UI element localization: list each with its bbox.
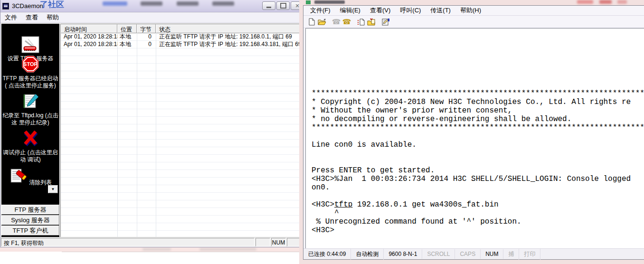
properties-icon[interactable] (380, 17, 391, 27)
watermark-blob (617, 0, 627, 4)
watermark-blob (212, 1, 234, 6)
column-header-location[interactable]: 位置 (117, 24, 137, 33)
toolbar: ☎ ☎ (303, 16, 644, 28)
eraser-icon (9, 166, 27, 186)
window-title-fragment (314, 0, 345, 4)
watermark-blob (599, 0, 612, 4)
minimize-button[interactable] (262, 1, 275, 10)
table-header: 启动时间 位置 字节 状态 (61, 24, 302, 33)
receive-file-icon[interactable] (366, 17, 377, 27)
status-help-text: 按 F1, 获得帮助 (1, 238, 255, 246)
new-icon[interactable] (306, 17, 317, 27)
background-page-line (62, 252, 299, 252)
status-caps: CAPS (455, 249, 481, 259)
titlebar[interactable] (306, 0, 345, 5)
red-x-icon (21, 130, 39, 149)
column-header-start-time[interactable]: 启动时间 (61, 24, 117, 33)
status-connected-time: 已连接 0:44:09 (303, 249, 351, 260)
cell-start-time: Apr 01, 2020 18:28:18 (61, 41, 117, 48)
tab-syslog-server[interactable]: Syslog 服务器 (1, 215, 59, 225)
table-row[interactable]: Apr 01, 2020 18:28:18 本地 0 正在监听 TFTP 请求于… (61, 33, 302, 41)
cell-bytes: 0 (137, 33, 156, 41)
menubar: 文件 查看 帮助 (0, 13, 302, 23)
screen: 3CDaemon 文件 查看 帮助 TFTP 服务器 (0, 0, 644, 264)
sidebar-item-label: TFTP 服务器已经启动 ( 点击这里停止服务) (1, 75, 59, 89)
status-pane-num: NUM (271, 238, 286, 246)
window-body: 文件(F) 编辑(E) 查看(V) 呼叫(C) 传送(T) 帮助(H) ☎ ☎ (303, 5, 644, 260)
sidebar-item-logging[interactable]: 纪录至 Tftpd.log (点击这 里停止纪录) (1, 92, 59, 126)
menu-help[interactable]: 帮助 (42, 12, 63, 23)
stop-sign-icon: STOP (21, 55, 39, 75)
terminal-screen[interactable]: ****************************************… (305, 28, 644, 249)
column-header-status[interactable]: 状态 (156, 24, 302, 33)
sidebar-item-debug[interactable]: 调试停止 (点击这里启动 调试) (1, 130, 59, 163)
sidebar-item-label: 调试停止 (点击这里启动 调试) (1, 149, 59, 163)
menubar: 文件(F) 编辑(E) 查看(V) 呼叫(C) 传送(T) 帮助(H) (303, 6, 644, 16)
menu-edit[interactable]: 编辑(E) (335, 5, 365, 16)
watermark-blob (141, 1, 162, 6)
window-title: 3CDaemon (12, 2, 43, 9)
menu-help[interactable]: 帮助(H) (455, 5, 486, 16)
menu-view[interactable]: 查看(V) (365, 5, 395, 16)
send-text-icon[interactable] (356, 17, 366, 27)
call-phone-icon[interactable]: ☎ (341, 17, 352, 27)
disconnect-phone-icon[interactable]: ☎ (331, 17, 341, 27)
watermark-blob (142, 248, 171, 250)
hyperterminal-app-icon (306, 0, 311, 4)
maximize-button[interactable] (276, 1, 290, 10)
log-table: 启动时间 位置 字节 状态 Apr 01, 2020 18:28:18 本地 0… (60, 24, 302, 237)
log-notebook-icon (21, 92, 39, 112)
window-hyperterminal: 文件(F) 编辑(E) 查看(V) 呼叫(C) 传送(T) 帮助(H) ☎ ☎ (299, 0, 644, 264)
status-baud-settings: 9600 8-N-1 (384, 249, 422, 259)
status-num: NUM (481, 249, 503, 259)
status-auto-detect: 自动检测 (351, 249, 384, 260)
statusbar: 按 F1, 获得帮助 NUM (0, 237, 302, 247)
tab-ftp-server[interactable]: FTP 服务器 (1, 205, 59, 215)
table-row[interactable]: Apr 01, 2020 18:28:18 本地 0 正在监听 TFTP 请求于… (61, 41, 302, 48)
window-3cdaemon: 3CDaemon 文件 查看 帮助 TFTP 服务器 (0, 0, 303, 247)
tab-tftp-client[interactable]: TFTP 客户机 (1, 226, 59, 236)
watermark-blob (177, 1, 199, 6)
sidebar-bottom-tabs: FTP 服务器 Syslog 服务器 TFTP 客户机 (1, 205, 59, 236)
menu-file[interactable]: 文件(F) (305, 5, 335, 16)
cell-status: 正在监听 TFTP 请求于 IP 地址: 192.168.43.181, 端口 … (156, 41, 302, 48)
knife-setup-icon (21, 36, 39, 55)
watermark-blob (103, 1, 127, 6)
watermark-community-text: 了社区 (40, 0, 64, 10)
sidebar-item-stop-service[interactable]: STOP TFTP 服务器已经启动 ( 点击这里停止服务) (1, 55, 59, 89)
menu-view[interactable]: 查看 (21, 12, 42, 23)
svg-text:STOP: STOP (23, 61, 38, 67)
cell-location: 本地 (117, 33, 137, 41)
cell-status: 正在监听 TFTP 请求于 IP 地址: 192.168.0.1, 端口 69 (156, 33, 302, 41)
cell-bytes: 0 (137, 41, 156, 48)
clear-list-dropdown-button[interactable]: ▼ (48, 185, 58, 193)
table-body: Apr 01, 2020 18:28:18 本地 0 正在监听 TFTP 请求于… (61, 33, 302, 237)
grid-line (156, 33, 156, 237)
chevron-down-icon: ▼ (51, 187, 55, 191)
grid-line (137, 33, 137, 237)
watermark-blob (199, 248, 256, 250)
status-scroll: SCROLL (422, 249, 455, 259)
open-icon[interactable] (317, 17, 327, 27)
statusbar: 已连接 0:44:09 自动检测 9600 8-N-1 SCROLL CAPS … (303, 248, 644, 259)
sidebar-item-label: 纪录至 Tftpd.log (点击这 里停止纪录) (1, 112, 59, 126)
cell-location: 本地 (117, 41, 137, 48)
terminal-text: ****************************************… (306, 28, 644, 235)
sidebar-item-clear-list[interactable]: 清除列表 ▼ (1, 166, 59, 186)
menu-transfer[interactable]: 传送(T) (426, 5, 455, 16)
watermark-blob (577, 0, 593, 4)
menu-file[interactable]: 文件 (0, 12, 21, 23)
status-pane-empty (256, 238, 270, 246)
column-header-bytes[interactable]: 字节 (137, 24, 156, 33)
grid-line (117, 33, 118, 237)
menu-call[interactable]: 呼叫(C) (395, 5, 426, 16)
cell-start-time: Apr 01, 2020 18:28:18 (61, 33, 117, 41)
status-print: 打印 (519, 249, 540, 260)
app-icon (2, 3, 9, 9)
status-capture: 捕 (503, 249, 519, 260)
